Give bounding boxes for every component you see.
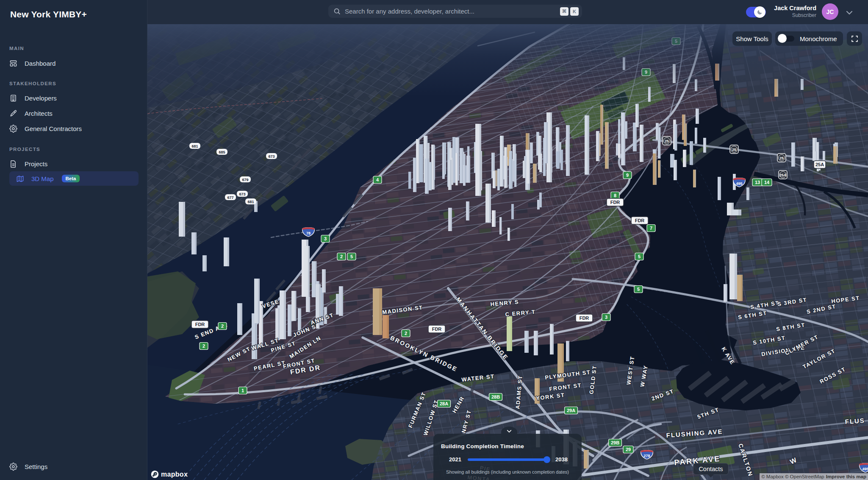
svg-text:278: 278 bbox=[643, 454, 650, 458]
svg-text:5: 5 bbox=[350, 254, 353, 259]
svg-text:25A: 25A bbox=[779, 173, 787, 177]
svg-text:3: 3 bbox=[324, 236, 327, 241]
svg-text:FDR: FDR bbox=[610, 200, 620, 205]
svg-text:2: 2 bbox=[202, 343, 205, 349]
svg-text:25: 25 bbox=[665, 139, 669, 143]
svg-text:5: 5 bbox=[637, 287, 640, 292]
svg-text:4: 4 bbox=[376, 177, 379, 182]
svg-text:28A: 28A bbox=[440, 401, 448, 406]
svg-text:13: 13 bbox=[755, 180, 760, 185]
svg-text:2: 2 bbox=[221, 324, 224, 329]
svg-text:495: 495 bbox=[736, 181, 742, 186]
svg-text:2: 2 bbox=[340, 254, 343, 259]
svg-text:8: 8 bbox=[614, 193, 616, 198]
svg-text:2: 2 bbox=[405, 331, 407, 336]
svg-text:FDR: FDR bbox=[195, 322, 205, 327]
svg-text:5: 5 bbox=[638, 254, 641, 259]
svg-text:29: 29 bbox=[626, 447, 631, 452]
svg-text:28B: 28B bbox=[491, 394, 500, 399]
svg-text:3: 3 bbox=[605, 315, 607, 320]
svg-text:673: 673 bbox=[268, 154, 275, 159]
svg-text:14: 14 bbox=[764, 180, 770, 185]
svg-text:25: 25 bbox=[779, 156, 784, 160]
svg-text:FDR: FDR bbox=[635, 218, 645, 223]
svg-text:679: 679 bbox=[242, 178, 248, 182]
svg-text:7: 7 bbox=[650, 226, 652, 231]
svg-text:FDR: FDR bbox=[580, 315, 589, 321]
svg-text:9: 9 bbox=[626, 173, 629, 178]
svg-text:685: 685 bbox=[219, 150, 225, 154]
svg-text:29A: 29A bbox=[567, 408, 575, 413]
svg-text:29B: 29B bbox=[611, 440, 619, 445]
svg-text:1: 1 bbox=[241, 388, 244, 393]
svg-text:FDR: FDR bbox=[432, 327, 442, 332]
svg-text:FLUS: FLUS bbox=[845, 417, 865, 425]
svg-text:681: 681 bbox=[247, 200, 254, 204]
svg-text:677: 677 bbox=[227, 195, 233, 200]
svg-text:681: 681 bbox=[191, 144, 198, 148]
svg-text:495: 495 bbox=[862, 467, 868, 471]
svg-text:78: 78 bbox=[306, 231, 311, 235]
svg-text:25: 25 bbox=[732, 148, 736, 152]
svg-text:25A: 25A bbox=[815, 162, 824, 167]
svg-text:673: 673 bbox=[239, 192, 245, 196]
